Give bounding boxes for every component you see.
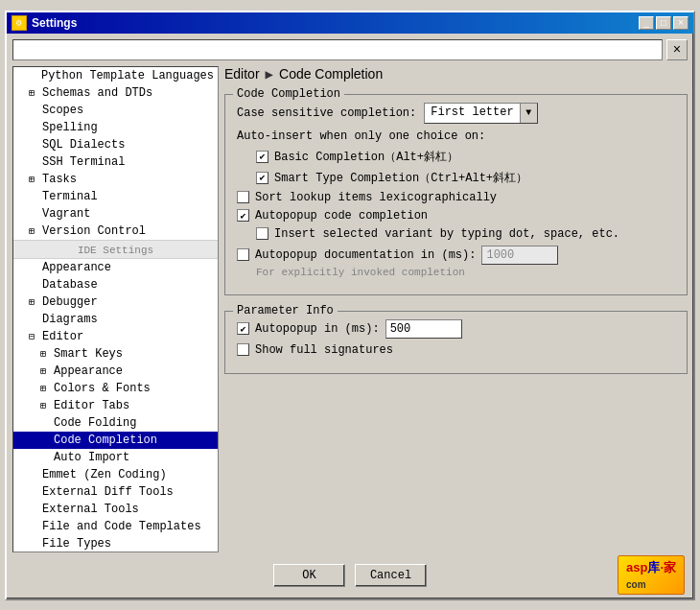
- title-bar-left: ⚙ Settings: [12, 15, 77, 31]
- sidebar-item-schemas-dtds[interactable]: ⊞ Schemas and DTDs: [13, 84, 218, 102]
- parameter-info-label: Parameter Info: [233, 304, 338, 317]
- show-signatures-row: Show full signatures: [237, 343, 675, 357]
- breadcrumb-code-completion: Code Completion: [279, 66, 383, 82]
- sidebar-item-file-types[interactable]: File Types: [13, 535, 218, 552]
- expand-icon-colors: ⊞: [40, 383, 52, 394]
- sidebar-item-ssh[interactable]: SSH Terminal: [13, 153, 218, 171]
- autopopup-ms-row: ✔ Autopopup in (ms):: [237, 319, 675, 339]
- code-completion-section: Code Completion Case sensitive completio…: [224, 94, 688, 295]
- sidebar-item-spelling[interactable]: Spelling: [13, 119, 218, 136]
- autopopup-docs-row: Autopopup documentation in (ms):: [237, 246, 675, 265]
- expand-icon-schemas: ⊞: [29, 87, 40, 99]
- expand-icon-editor: ⊟: [29, 331, 40, 342]
- sidebar-item-version-control[interactable]: ⊞ Version Control: [13, 223, 218, 240]
- sidebar-item-vagrant[interactable]: Vagrant: [13, 205, 218, 223]
- title-controls: _ □ ×: [639, 16, 688, 30]
- sidebar-item-emmet[interactable]: Emmet (Zen Coding): [13, 466, 218, 483]
- sort-lookup-row: Sort lookup items lexicographically: [237, 191, 675, 204]
- autopopup-ms-checkbox[interactable]: ✔: [237, 322, 249, 335]
- window-body: × Python Template Languages ⊞ Schemas an…: [7, 34, 693, 598]
- ide-settings-section: IDE Settings: [13, 240, 218, 259]
- sidebar-item-scopes[interactable]: Scopes: [13, 102, 218, 119]
- window-title: Settings: [32, 16, 77, 30]
- case-sensitive-select[interactable]: First letter ▼: [424, 103, 537, 124]
- search-bar: ×: [12, 39, 688, 60]
- sidebar-item-appearance[interactable]: Appearance: [13, 259, 218, 276]
- smart-type-label: Smart Type Completion（Ctrl+Alt+斜杠）: [274, 170, 527, 186]
- expand-icon-tasks: ⊞: [29, 174, 40, 185]
- expand-icon-appsub: ⊞: [40, 365, 52, 377]
- expand-icon-smart: ⊞: [40, 348, 52, 360]
- sidebar-item-sql[interactable]: SQL Dialects: [13, 136, 218, 153]
- expand-icon-vc: ⊞: [29, 225, 40, 237]
- expand-icon-debugger: ⊞: [29, 296, 40, 308]
- autopopup-row: ✔ Autopopup code completion: [237, 209, 675, 223]
- panel-header: Editor ▶ Code Completion: [224, 66, 688, 82]
- sidebar-item-tasks[interactable]: ⊞ Tasks: [13, 171, 218, 188]
- breadcrumb-editor: Editor: [224, 66, 260, 82]
- insert-variant-label: Insert selected variant by typing dot, s…: [274, 227, 619, 241]
- sidebar-item-code-completion[interactable]: Code Completion: [13, 432, 218, 449]
- minimize-button[interactable]: _: [639, 16, 654, 30]
- autopopup-docs-checkbox[interactable]: [237, 248, 249, 261]
- ok-button[interactable]: OK: [273, 564, 345, 587]
- autopopup-checkbox[interactable]: ✔: [237, 209, 249, 222]
- sidebar-item-python-template[interactable]: Python Template Languages: [13, 67, 218, 84]
- sidebar-item-terminal[interactable]: Terminal: [13, 188, 218, 205]
- autopopup-ms-input[interactable]: [385, 319, 462, 339]
- parameter-info-section: Parameter Info ✔ Autopopup in (ms): Show…: [224, 311, 688, 374]
- sidebar-item-code-folding[interactable]: Code Folding: [13, 414, 218, 432]
- sidebar-item-diagrams[interactable]: Diagrams: [13, 311, 218, 328]
- bottom-buttons: OK Cancel: [12, 558, 688, 593]
- show-signatures-label: Show full signatures: [255, 343, 393, 357]
- sidebar-item-external-tools[interactable]: External Tools: [13, 501, 218, 518]
- sidebar-item-smart-keys[interactable]: ⊞ Smart Keys: [13, 345, 218, 363]
- sort-lookup-label: Sort lookup items lexicographically: [255, 191, 497, 204]
- basic-completion-checkbox[interactable]: ✔: [256, 151, 268, 163]
- maximize-button[interactable]: □: [656, 16, 671, 30]
- sidebar-item-colors-fonts[interactable]: ⊞ Colors & Fonts: [13, 380, 218, 397]
- main-content: Python Template Languages ⊞ Schemas and …: [12, 66, 688, 552]
- settings-window: ⚙ Settings _ □ × × Python Template Langu…: [5, 11, 695, 600]
- sidebar-item-debugger[interactable]: ⊞ Debugger: [13, 293, 218, 311]
- sidebar: Python Template Languages ⊞ Schemas and …: [12, 66, 219, 552]
- sidebar-item-database[interactable]: Database: [13, 276, 218, 293]
- sort-lookup-checkbox[interactable]: [237, 191, 249, 203]
- right-panel: Editor ▶ Code Completion Code Completion…: [224, 66, 688, 552]
- auto-insert-label: Auto-insert when only one choice on:: [237, 129, 485, 143]
- case-sensitive-label: Case sensitive completion:: [237, 106, 416, 120]
- basic-completion-label: Basic Completion（Alt+斜杠）: [274, 149, 458, 165]
- sidebar-item-external-diff[interactable]: External Diff Tools: [13, 483, 218, 501]
- show-signatures-checkbox[interactable]: [237, 343, 249, 356]
- autopopup-docs-label: Autopopup documentation in (ms):: [255, 248, 476, 262]
- code-completion-label: Code Completion: [233, 87, 344, 101]
- sidebar-item-editor[interactable]: ⊟ Editor: [13, 328, 218, 345]
- breadcrumb-arrow: ▶: [266, 66, 273, 82]
- search-clear-button[interactable]: ×: [666, 39, 688, 60]
- sidebar-item-appearance-sub[interactable]: ⊞ Appearance: [13, 363, 218, 380]
- watermark: asp库·家com: [618, 555, 685, 595]
- settings-icon: ⚙: [12, 15, 27, 31]
- search-input[interactable]: [12, 39, 663, 60]
- cancel-button[interactable]: Cancel: [355, 564, 427, 587]
- sidebar-item-editor-tabs[interactable]: ⊞ Editor Tabs: [13, 397, 218, 414]
- basic-completion-row: ✔ Basic Completion（Alt+斜杠）: [256, 149, 675, 165]
- insert-variant-row: Insert selected variant by typing dot, s…: [256, 227, 675, 241]
- expand-icon-tabs: ⊞: [40, 400, 52, 411]
- autopopup-label: Autopopup code completion: [255, 209, 428, 223]
- autopopup-docs-input[interactable]: [481, 246, 558, 265]
- autopopup-ms-label: Autopopup in (ms):: [255, 322, 380, 336]
- sidebar-item-auto-import[interactable]: Auto Import: [13, 449, 218, 466]
- sidebar-item-file-code-templates[interactable]: File and Code Templates: [13, 518, 218, 535]
- case-sensitive-row: Case sensitive completion: First letter …: [237, 103, 675, 124]
- smart-type-row: ✔ Smart Type Completion（Ctrl+Alt+斜杠）: [256, 170, 675, 186]
- explicitly-hint: For explicitly invoked completion: [256, 267, 675, 278]
- case-sensitive-value: First letter: [425, 104, 519, 123]
- dropdown-arrow-icon: ▼: [520, 104, 537, 123]
- smart-type-checkbox[interactable]: ✔: [256, 172, 268, 184]
- auto-insert-label-row: Auto-insert when only one choice on:: [237, 129, 675, 143]
- close-button[interactable]: ×: [673, 16, 688, 30]
- insert-variant-checkbox[interactable]: [256, 227, 268, 240]
- title-bar: ⚙ Settings _ □ ×: [7, 12, 693, 34]
